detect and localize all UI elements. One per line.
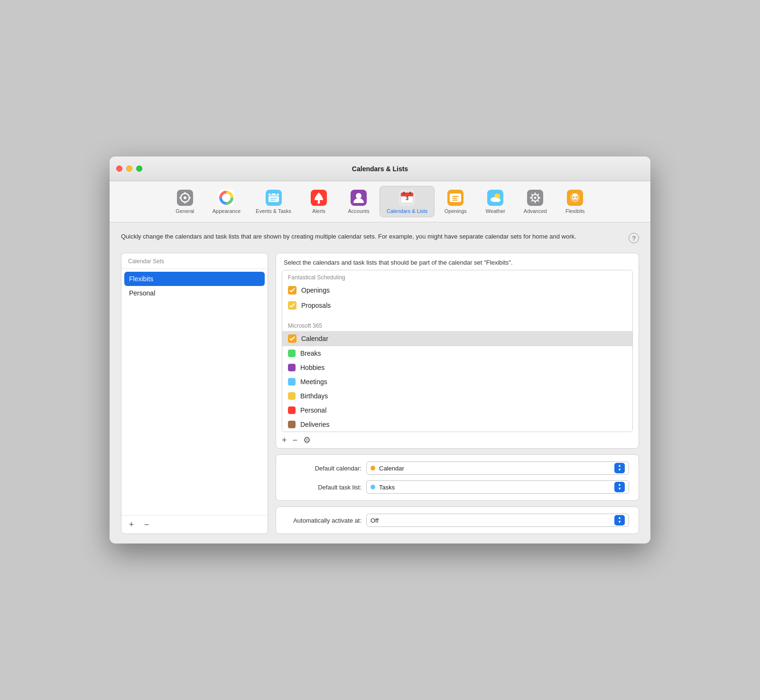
- tab-flexibits[interactable]: Flexibits: [556, 186, 594, 217]
- svg-text:3: 3: [406, 195, 408, 201]
- svg-rect-14: [276, 192, 277, 195]
- calendar-name-openings: Openings: [301, 286, 330, 294]
- tab-calendars-lists-label: Calendars & Lists: [387, 208, 427, 214]
- color-breaks: [288, 350, 296, 357]
- sidebar-item-personal[interactable]: Personal: [124, 286, 265, 300]
- tab-weather[interactable]: Weather: [476, 186, 514, 217]
- sidebar-title: Calendar Sets: [121, 253, 268, 269]
- svg-rect-28: [409, 192, 411, 194]
- calendar-list-footer: + − ⚙: [276, 432, 639, 448]
- svg-rect-13: [270, 192, 272, 195]
- add-calendar-button[interactable]: +: [282, 436, 287, 444]
- help-button[interactable]: ?: [629, 233, 639, 243]
- checkbox-calendar[interactable]: [288, 334, 297, 343]
- tab-advanced[interactable]: Advanced: [516, 186, 554, 217]
- dropdown-left-calendar: Calendar: [371, 465, 404, 472]
- minimize-button[interactable]: [126, 166, 132, 172]
- color-hobbies: [288, 364, 296, 371]
- remove-calendar-set-button[interactable]: −: [141, 519, 152, 530]
- dropdown-left-task: Tasks: [371, 484, 395, 491]
- right-panel: Select the calendars and task lists that…: [276, 253, 639, 534]
- auto-activate-dropdown-arrows[interactable]: ▲ ▼: [614, 515, 625, 525]
- tab-openings[interactable]: Openings: [436, 186, 474, 217]
- toolbar: General Appearance: [110, 181, 650, 222]
- default-calendar-dropdown[interactable]: Calendar ▲ ▼: [366, 461, 629, 475]
- default-task-row: Default task list: Tasks ▲ ▼: [286, 480, 629, 494]
- calendar-item-proposals[interactable]: Proposals: [282, 298, 632, 313]
- auto-activate-row: Automatically activate at: Off ▲ ▼: [286, 514, 629, 527]
- tab-calendars-lists[interactable]: 3 Calendars & Lists: [380, 186, 435, 217]
- gear-calendar-button[interactable]: ⚙: [303, 436, 311, 444]
- calendar-item-meetings[interactable]: Meetings: [282, 375, 632, 389]
- sidebar-item-flexibits-label: Flexibits: [129, 275, 153, 283]
- advanced-icon: [527, 189, 544, 206]
- description-text: Quickly change the calendars and task li…: [121, 232, 576, 241]
- auto-activate-section: Automatically activate at: Off ▲ ▼: [276, 507, 639, 534]
- task-dropdown-arrows[interactable]: ▲ ▼: [614, 482, 625, 492]
- default-task-label: Default task list:: [286, 484, 361, 491]
- svg-rect-31: [452, 196, 459, 197]
- default-calendar-row: Default calendar: Calendar ▲ ▼: [286, 461, 629, 475]
- calendar-name-hobbies: Hobbies: [300, 364, 324, 371]
- calendar-item-openings[interactable]: Openings: [282, 283, 632, 298]
- events-tasks-icon: [265, 189, 282, 206]
- checkbox-openings[interactable]: [288, 286, 297, 295]
- appearance-icon: [218, 189, 235, 206]
- calendar-sets-sidebar: Calendar Sets Flexibits Personal + −: [121, 253, 268, 534]
- settings-section: Default calendar: Calendar ▲ ▼: [276, 454, 639, 501]
- svg-point-40: [534, 197, 537, 199]
- arrow-down-task: ▼: [618, 487, 621, 491]
- weather-icon: [487, 189, 504, 206]
- tab-accounts[interactable]: Accounts: [340, 186, 378, 217]
- tab-accounts-label: Accounts: [348, 208, 369, 214]
- calendar-name-calendar: Calendar: [301, 335, 328, 342]
- close-button[interactable]: [116, 166, 122, 172]
- sidebar-footer: + −: [121, 515, 268, 534]
- svg-point-19: [318, 202, 320, 204]
- svg-rect-27: [403, 192, 405, 194]
- calendar-list-header: Select the calendars and task lists that…: [276, 253, 639, 270]
- calendar-list-section: Select the calendars and task lists that…: [276, 253, 639, 449]
- svg-point-2: [184, 196, 186, 199]
- add-calendar-set-button[interactable]: +: [126, 519, 137, 530]
- tab-events-tasks[interactable]: Events & Tasks: [249, 186, 298, 217]
- calendar-item-birthdays[interactable]: Birthdays: [282, 389, 632, 403]
- main-window: Calendars & Lists General: [110, 157, 650, 543]
- color-meetings: [288, 378, 296, 386]
- tab-alerts[interactable]: Alerts: [300, 186, 338, 217]
- dropdown-left-auto: Off: [371, 517, 379, 524]
- svg-point-51: [573, 196, 575, 198]
- calendar-item-breaks[interactable]: Breaks: [282, 346, 632, 360]
- calendar-scroll[interactable]: Fantastical Scheduling Openings Proposa: [282, 270, 633, 432]
- content-area: Quickly change the calendars and task li…: [110, 222, 650, 543]
- alerts-icon: [310, 189, 327, 206]
- calendar-item-hobbies[interactable]: Hobbies: [282, 360, 632, 375]
- calendar-item-calendar[interactable]: Calendar: [282, 331, 632, 346]
- calendar-name-proposals: Proposals: [301, 302, 331, 309]
- general-icon: [176, 189, 194, 206]
- task-dot: [371, 485, 375, 489]
- calendars-lists-icon: 3: [399, 189, 416, 206]
- calendar-item-deliveries[interactable]: Deliveries: [282, 417, 632, 432]
- checkbox-proposals[interactable]: [288, 301, 297, 310]
- tab-alerts-label: Alerts: [312, 208, 325, 214]
- default-task-dropdown[interactable]: Tasks ▲ ▼: [366, 480, 629, 494]
- tab-appearance[interactable]: Appearance: [206, 186, 247, 217]
- calendar-dot: [371, 466, 375, 470]
- main-area: Calendar Sets Flexibits Personal + −: [121, 253, 639, 534]
- tab-weather-label: Weather: [486, 208, 505, 214]
- tab-general-label: General: [176, 208, 194, 214]
- arrow-down-auto: ▼: [618, 520, 621, 525]
- maximize-button[interactable]: [136, 166, 142, 172]
- sidebar-item-flexibits[interactable]: Flexibits: [124, 272, 265, 286]
- calendar-dropdown-arrows[interactable]: ▲ ▼: [614, 463, 625, 473]
- default-task-value: Tasks: [379, 484, 395, 491]
- remove-calendar-button[interactable]: −: [293, 436, 298, 444]
- titlebar: Calendars & Lists: [110, 157, 650, 181]
- tab-general[interactable]: General: [166, 186, 204, 217]
- auto-activate-dropdown[interactable]: Off ▲ ▼: [366, 514, 629, 527]
- calendar-item-personal[interactable]: Personal: [282, 403, 632, 417]
- tab-appearance-label: Appearance: [213, 208, 241, 214]
- svg-point-52: [575, 196, 577, 198]
- group-fantastical: Fantastical Scheduling: [282, 270, 632, 283]
